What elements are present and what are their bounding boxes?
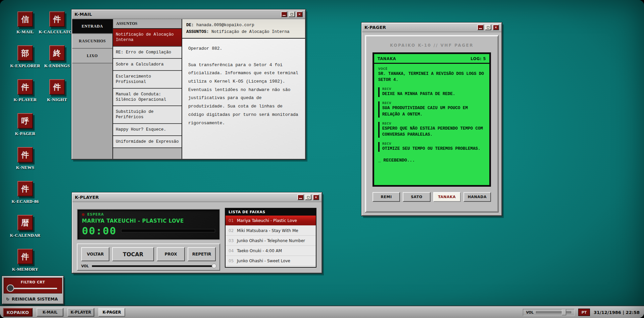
kpager-titlebar[interactable]: K-PAGER ✕ — [362, 23, 501, 32]
message-text: SR. TANAKA, TERMINEI A REVISÃO DOS LOGS … — [378, 71, 485, 83]
subjects-header: ASSUNTOS — [113, 19, 182, 29]
track-row[interactable]: 01Mariya Takeuchi - Plastic Love — [226, 216, 316, 226]
close-button[interactable]: ✕ — [296, 11, 303, 17]
maximize-icon — [487, 26, 489, 29]
taskbar-item-kmail[interactable]: K-MAIL — [37, 308, 63, 317]
mail-subject-item[interactable]: Esclarecimento Profissional — [113, 71, 182, 89]
system-volume-label: VOL — [526, 311, 534, 314]
restart-icon: ↻ — [6, 297, 9, 302]
volume-slider[interactable] — [92, 265, 216, 267]
contact-button-tanaka[interactable]: TANAKA — [433, 192, 461, 202]
close-button[interactable]: ✕ — [313, 194, 319, 200]
mail-reading-pane: DE: hanada.009@kopaiko.corp ASSUNTOS: No… — [182, 19, 305, 159]
track-number: 03 — [226, 238, 237, 243]
maximize-button[interactable] — [485, 25, 491, 30]
track-number: 01 — [226, 218, 237, 223]
kplayer-app-icon[interactable]: 件 — [17, 79, 33, 95]
desktop-icon-kmemory[interactable]: 件K-MEMORY — [5, 249, 45, 272]
kcalculator-app-icon[interactable]: 件 — [49, 11, 65, 27]
message-sender-tag: RECV — [382, 142, 485, 145]
mail-subject-item[interactable]: Manual de Conduta: Silêncio Operacional — [113, 89, 182, 106]
play-button[interactable]: TOCAR — [112, 247, 154, 261]
knews-app-icon[interactable]: 件 — [17, 147, 33, 163]
folder-rascunhos[interactable]: RASCUNHOS — [72, 34, 112, 49]
track-number: 04 — [226, 248, 237, 253]
progress-bar[interactable] — [121, 229, 215, 232]
mail-subject-item[interactable]: RE: Erro de Compilação — [113, 47, 182, 59]
pager-device-panel: KOPAIKO K-10 // VHF PAGER TANAKA LOG: 5 … — [365, 35, 499, 213]
desktop-icon-kecard86[interactable]: 件K-ECARD-86 — [5, 181, 45, 204]
close-button[interactable]: ✕ — [493, 25, 499, 30]
pager-message: RECV DEIXE NA MINHA PASTA DE REDE. — [378, 87, 485, 97]
icon-label: K-MEMORY — [5, 267, 45, 272]
icon-label: K-NIGHT — [37, 97, 77, 102]
kexplorer-app-icon[interactable]: 部 — [17, 45, 33, 61]
restart-label: REINICIAR SISTEMA — [12, 297, 58, 302]
start-button[interactable]: KOPAIKO — [3, 308, 33, 317]
icon-label: K-ENDINGS — [37, 63, 77, 69]
volume-slider-handle[interactable] — [212, 264, 216, 268]
back-button[interactable]: VOLTAR — [81, 247, 109, 261]
next-button[interactable]: PROX — [157, 247, 185, 261]
track-row[interactable]: 03Junko Ohashi - Telephone Number — [226, 236, 316, 246]
kmemory-app-icon[interactable]: 件 — [17, 249, 33, 264]
kpager-window: K-PAGER ✕ KOPAIKO K-10 // VHF PAGER TANA… — [361, 22, 502, 216]
mail-subject-item[interactable]: Substituição de Periféricos — [113, 106, 182, 124]
mail-subject-item[interactable]: Sobre a Calculadora — [113, 59, 182, 71]
player-controls: VOLTAR TOCAR PROX REPETIR VOL — [77, 243, 220, 271]
crt-filter-panel: FILTRO CRT ↻ REINICIAR SISTEMA — [2, 276, 64, 304]
track-row[interactable]: 04Taeko Onuki - 4:00 AM — [226, 246, 316, 256]
message-text: ESPERO QUE NÃO ESTEJA PERDENDO TEMPO COM… — [382, 126, 485, 138]
language-badge[interactable]: PT — [578, 309, 590, 316]
folder-lixo[interactable]: LIXO — [72, 49, 112, 63]
taskbar-item-kpager[interactable]: K-PAGER — [98, 308, 125, 317]
mail-paragraph: Sua transferência para o Setor 4 foi ofi… — [188, 61, 299, 128]
maximize-button[interactable] — [305, 194, 311, 200]
contact-button-remi[interactable]: REMI — [373, 192, 400, 202]
crt-filter-slider[interactable] — [9, 288, 57, 289]
icon-label: K-NEWS — [5, 165, 45, 170]
close-icon: ✕ — [494, 26, 497, 29]
track-row[interactable]: 02Miki Matsubara - Stay With Me — [226, 226, 316, 236]
message-sender-tag: RECV — [382, 87, 485, 91]
mail-subject-item[interactable]: Happy Hour? Esquece. — [113, 124, 182, 136]
track-row[interactable]: 05Junko Ohashi - Sweet Love — [226, 256, 316, 266]
pager-message: RECV SUA PRODUTIVIDADE CAIU UM POUCO EM … — [378, 101, 485, 117]
mail-subject-item[interactable]: Notificação de Alocação Interna — [113, 29, 182, 47]
desktop-icon-kpager[interactable]: 呼K-PAGER — [5, 113, 45, 136]
minimize-button[interactable] — [297, 194, 304, 200]
mail-folder-list: ENTRADA RASCUNHOS LIXO — [72, 19, 113, 159]
pager-message: VOCÊ SR. TANAKA, TERMINEI A REVISÃO DOS … — [378, 67, 485, 83]
track-title: Mariya Takeuchi - Plastic Love — [237, 218, 297, 223]
crt-filter-slider-handle[interactable] — [7, 284, 14, 292]
kmail-app-icon[interactable]: 信 — [17, 11, 33, 27]
mail-subject-list: ASSUNTOS Notificação de Alocação Interna… — [113, 19, 182, 159]
desktop-icon-kcalendar[interactable]: 暦K-CALENDAR — [5, 215, 45, 238]
kmail-titlebar[interactable]: K-MAIL ✕ — [72, 10, 305, 19]
desktop-icon-knight[interactable]: 件K-NIGHT — [37, 79, 77, 102]
mail-subject-item[interactable]: Uniformidade de Expressão — [113, 136, 182, 148]
folder-entrada[interactable]: ENTRADA — [72, 19, 112, 34]
minimize-button[interactable] — [281, 11, 287, 17]
minimize-button[interactable] — [477, 25, 484, 30]
repeat-button[interactable]: REPETIR — [188, 247, 216, 261]
knight-app-icon[interactable]: 件 — [49, 79, 65, 95]
icon-label: K-ECARD-86 — [5, 199, 45, 204]
kplayer-titlebar[interactable]: K-PLAYER ✕ — [72, 193, 321, 202]
taskbar-item-kplayer[interactable]: K-PLAYER — [67, 308, 94, 317]
desktop-icon-kendings[interactable]: 終K-ENDINGS — [37, 45, 77, 69]
kendings-app-icon[interactable]: 終 — [49, 45, 65, 61]
desktop-icon-kcalculator[interactable]: 件K-CALCULATOR — [37, 11, 77, 35]
track-list-header: LISTA DE FAIXAS — [226, 209, 316, 216]
contact-button-sato[interactable]: SATO — [403, 192, 430, 202]
contact-button-hanada[interactable]: HANADA — [463, 192, 491, 202]
system-volume-slider[interactable] — [536, 311, 571, 313]
restart-system-button[interactable]: ↻ REINICIAR SISTEMA — [3, 294, 63, 304]
kcalendar-app-icon[interactable]: 暦 — [17, 215, 33, 230]
desktop-icon-knews[interactable]: 件K-NEWS — [5, 147, 45, 170]
maximize-button[interactable] — [289, 11, 295, 17]
kpager-app-icon[interactable]: 呼 — [17, 113, 33, 129]
pager-contact-name: TANAKA — [378, 56, 396, 61]
system-volume-handle[interactable] — [562, 309, 566, 315]
kecard86-app-icon[interactable]: 件 — [17, 181, 33, 196]
